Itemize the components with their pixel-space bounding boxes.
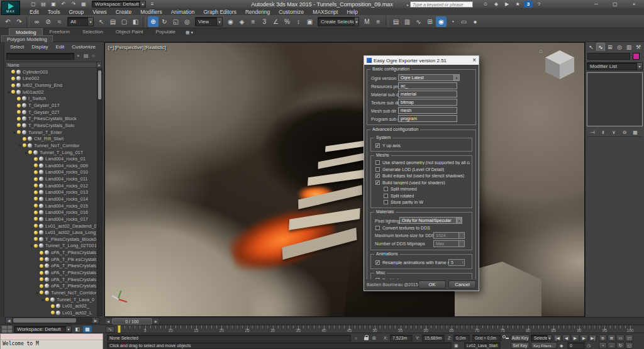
viewport-menu-general[interactable]: [+]: [108, 45, 114, 50]
name-column-header[interactable]: Name: [5, 62, 98, 68]
redo-icon[interactable]: ↷: [14, 16, 25, 27]
select-and-link-icon[interactable]: ∞: [31, 16, 42, 27]
visibility-bulb-icon[interactable]: [11, 70, 15, 74]
selection-lock-icon[interactable]: [364, 337, 369, 340]
program-sub-dir-input[interactable]: program: [398, 115, 457, 122]
expand-arrow-icon[interactable]: ▾: [35, 291, 40, 295]
tree-item[interactable]: Land004_rocks_010: [5, 169, 96, 176]
visibility-bulb-icon[interactable]: [11, 77, 15, 80]
render-production-icon[interactable]: ●: [470, 16, 480, 27]
set-keys-icon[interactable]: [502, 335, 509, 341]
tree-item[interactable]: ▾lvl01act02: [5, 89, 96, 96]
menu-modifiers[interactable]: Modifiers: [136, 9, 166, 15]
number-of-dds-mipmaps-dropdown[interactable]: Max▾: [433, 240, 465, 247]
visibility-bulb-icon[interactable]: [23, 143, 26, 147]
tree-item[interactable]: Land004_rocks_017: [5, 216, 96, 223]
visibility-bulb-icon[interactable]: [34, 191, 38, 194]
visibility-bulb-icon[interactable]: [40, 284, 43, 288]
z-coordinate-field[interactable]: 0,0m: [453, 335, 470, 341]
expand-arrow-icon[interactable]: ▾: [29, 243, 34, 248]
tree-item[interactable]: oPA_T_PikesCrystals: [5, 269, 96, 276]
undo-icon[interactable]: ↶: [59, 1, 68, 8]
dialog-title-bar[interactable]: Easy Ogre Exporter version 2.51 ×: [364, 56, 479, 65]
visibility-bulb-icon[interactable]: [34, 237, 38, 241]
tree-item[interactable]: Land004_rocks_014: [5, 196, 96, 202]
play-icon[interactable]: ▶: [571, 335, 579, 341]
selection-filter-dropdown[interactable]: All▾: [67, 17, 94, 26]
go-to-start-icon[interactable]: |◀: [553, 335, 562, 341]
tree-item[interactable]: Land004_rocks_013: [5, 189, 96, 196]
visibility-bulb-icon[interactable]: [34, 224, 38, 228]
scroll-left-icon[interactable]: ◀: [6, 318, 12, 323]
visibility-bulb-icon[interactable]: [45, 297, 49, 301]
window-crossing-icon[interactable]: ◧: [130, 16, 141, 27]
tree-item[interactable]: ▾Tunnel_T_Long_02T001: [5, 243, 96, 250]
visibility-bulb-icon[interactable]: [51, 304, 55, 308]
next-frame-arrow-icon[interactable]: ▶: [153, 319, 158, 324]
maximize-icon[interactable]: ▢: [609, 0, 621, 8]
visibility-bulb-icon[interactable]: [34, 231, 38, 235]
visibility-bulb-icon[interactable]: [34, 197, 38, 201]
menu-animation[interactable]: Animation: [167, 9, 199, 15]
tree-item[interactable]: Cylinder003: [5, 69, 96, 75]
tree-item[interactable]: T_Geyser_02T: [5, 109, 96, 116]
scroll-right-icon[interactable]: ▶: [92, 318, 99, 323]
visibility-bulb-icon[interactable]: [34, 177, 38, 181]
spinner-snap-icon[interactable]: ↕: [293, 16, 304, 27]
menu-edit[interactable]: Edit: [25, 9, 43, 15]
visibility-bulb-icon[interactable]: [17, 130, 21, 134]
close-icon[interactable]: ×: [628, 0, 640, 8]
rendered-frame-window-icon[interactable]: ▭: [458, 16, 469, 27]
ribbon-tab-object-paint[interactable]: Object Paint: [109, 28, 150, 35]
visibility-bulb-icon[interactable]: [28, 150, 32, 154]
maximum-texture-size-for-dds-dropdown[interactable]: 1024▾: [433, 232, 465, 239]
explorer-menu-edit[interactable]: Edit: [52, 44, 68, 50]
explorer-menu-display[interactable]: Display: [28, 44, 52, 50]
checkbox-checked[interactable]: ✓: [375, 143, 380, 148]
tree-item[interactable]: oPA_T_PikesCrystals: [5, 263, 96, 270]
visibility-bulb-icon[interactable]: [40, 251, 43, 255]
tab-motion[interactable]: ◎: [615, 43, 624, 51]
align-icon[interactable]: ≡: [373, 16, 384, 27]
tree-item[interactable]: T_PikesCrystals_Block00: [5, 236, 96, 243]
scrollbar-thumb[interactable]: [98, 70, 101, 99]
material-editor-icon[interactable]: ◉: [436, 16, 447, 27]
tree-item[interactable]: ▾Tunnel_T_Long_01T: [5, 149, 96, 156]
checkbox-unchecked[interactable]: [384, 194, 388, 198]
percent-snap-icon[interactable]: %: [282, 16, 292, 27]
previous-frame-arrow-icon[interactable]: ◀: [106, 319, 111, 324]
select-by-name-icon[interactable]: ▤: [108, 16, 118, 27]
render-setup-icon[interactable]: ◔: [447, 16, 458, 27]
project-folder-icon[interactable]: ▦: [79, 1, 88, 8]
explorer-menu-select[interactable]: Select: [6, 44, 28, 50]
current-frame-field[interactable]: 0: [567, 342, 585, 349]
tree-item[interactable]: I_Switch: [5, 96, 96, 102]
unlink-selection-icon[interactable]: ⊘: [43, 16, 53, 27]
welcome-window-titlebar[interactable]: [1, 334, 103, 340]
tree-item[interactable]: ▾Tunnel_T_Enter: [5, 129, 96, 136]
tree-item[interactable]: Land004_rocks_011: [5, 175, 96, 182]
checkbox-unchecked[interactable]: [375, 167, 380, 172]
visibility-bulb-icon[interactable]: [11, 84, 15, 87]
tab-hierarchy[interactable]: ⊞: [606, 43, 614, 51]
keyboard-shortcut-override-icon[interactable]: ≡: [248, 16, 258, 27]
checkbox-checked[interactable]: ✓: [375, 180, 380, 185]
tree-item[interactable]: Lv01_act02_Lava_Long_: [5, 229, 96, 236]
track-bar[interactable]: ∿ 51015202530354045505560657075808590951…: [104, 324, 644, 333]
time-slider[interactable]: 0 / 100: [112, 318, 152, 324]
panel-dock-grip[interactable]: [0, 42, 4, 317]
vertical-scrollbar[interactable]: [97, 69, 103, 316]
tab-display[interactable]: ▥: [625, 43, 633, 51]
horizontal-scrollbar[interactable]: ◀ ▶: [5, 317, 99, 324]
workspace-selector-dropdown[interactable]: Workspace: Default ▾: [14, 326, 72, 333]
schematic-view-icon[interactable]: ⊞: [425, 16, 435, 27]
object-color-swatch[interactable]: [633, 53, 640, 60]
tree-item[interactable]: Line002: [5, 75, 96, 82]
tree-item[interactable]: oPA_T_Pik esCrystals: [5, 256, 96, 263]
maximize-viewport-icon[interactable]: ◱: [625, 342, 633, 349]
scene-explorer-search-input[interactable]: [6, 53, 74, 60]
select-and-manipulate-icon[interactable]: ◈: [236, 16, 247, 27]
key-mode-toggle-icon[interactable]: ◆: [560, 343, 563, 348]
visibility-bulb-icon[interactable]: [40, 277, 43, 281]
community-badge[interactable]: 3: [524, 1, 533, 8]
